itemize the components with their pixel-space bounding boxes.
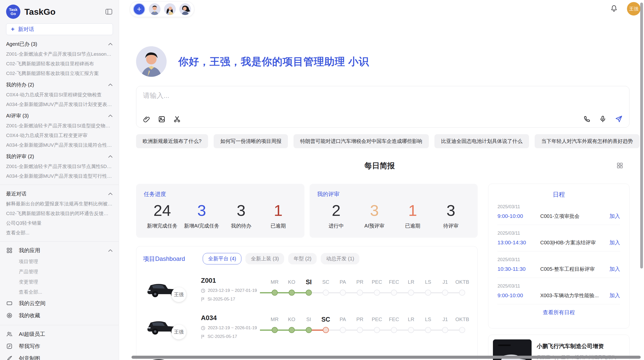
milestone-dot [357,290,363,296]
vertical-scrollbar[interactable] [640,3,643,268]
phone-icon[interactable] [583,115,591,123]
sidebar-item-favorites[interactable]: 我的收藏 [6,312,113,319]
sidebar-item-my-apps[interactable]: 我的应用 [6,247,113,254]
metric: 3 待评审 [436,201,466,229]
assistant-avatar-2[interactable] [164,3,176,15]
schedule-entry: 2025/03/11 9:00-10:00 X003-车辆动力学性能验... 加… [497,278,620,304]
project-row[interactable]: 王强 A034 2023-12-19 ~ 2026-01-19 SC-2025-… [143,314,471,339]
sidebar-item-creative-draw[interactable]: 创意制图 [6,355,113,360]
tab-powertrain[interactable]: 动总开发 (1) [321,253,359,264]
metric: 24 新增完成任务 [147,201,178,229]
join-link[interactable]: 加入 [609,265,620,273]
join-link[interactable]: 加入 [609,239,620,246]
metric: 2 进行中 [321,201,352,229]
milestone-dot [442,290,448,296]
chat-input[interactable] [143,92,623,100]
creative-draw-label: 创意制图 [19,355,40,360]
app-item-project-mgmt[interactable]: 项目管理 [6,258,113,264]
input-actions [583,115,623,123]
suggestion-chip[interactable]: 欧洲新规最近颁布了什么? [136,134,208,148]
layout-grid-icon[interactable] [617,162,623,170]
schedule-card: 日程 2025/03/11 9:00-10:00 C001-立项审批会 加入 2… [488,184,630,328]
user-avatar[interactable]: 王强 [627,2,640,16]
microphone-icon[interactable] [599,115,606,123]
milestone-dot [408,290,414,296]
sidebar-header: Task Go TaskGo [6,4,113,20]
group-title[interactable]: 我的评审 (2) [6,154,113,159]
project-dashboard-card: 项目Dashboard 全新平台 (4) 全新上装 (3) 年型 (2) 动总开… [136,246,478,360]
sidebar-item[interactable]: C02-飞腾新能源轻客改款项目里程碑画布 [6,61,113,66]
suggestion-chip[interactable]: 比亚迪全固态电池计划具体说了什么 [434,134,529,148]
project-car-image: 王强 [143,277,185,301]
apps-grid-icon [6,248,13,253]
sidebar-item-cloud-space[interactable]: 我的云空间 [6,300,113,307]
metric: 3 AI预评审 [359,201,390,229]
view-all-schedule-link[interactable]: 查看所有日程 [497,304,620,321]
sidebar-item[interactable]: C0X4-动力总成开发项目工程变更评审 [6,132,113,138]
image-icon[interactable] [158,116,165,123]
sidebar-item[interactable]: A034-全新新能源MUV产品开发项目计划变更表编写 [6,101,113,107]
suggestion-chip[interactable]: 当下年轻人对汽车外观有怎样的喜好趋势 [535,134,639,148]
stats-row: 任务进度 24 新增完成任务 3 新增AI完成任务 3 我的待办 [136,184,478,238]
sidebar-item[interactable]: A034-全新新能源MUV产品开发项目造型可行性评审 [6,173,113,178]
recent-view-all[interactable]: 查看全部... [6,230,113,235]
add-assistant-button[interactable]: + [133,3,145,15]
tab-new-body[interactable]: 全新上装 (3) [245,253,284,264]
sidebar-collapse-icon[interactable] [105,8,113,15]
project-row[interactable]: 王强 Z001 2023-12-19 ~ 2027-01-19 SI-2025-… [143,277,471,302]
group-title[interactable]: AI评审 (3) [6,113,113,118]
milestone-dot [374,290,380,296]
join-link[interactable]: 加入 [609,292,620,299]
assistant-avatar-3[interactable] [179,3,191,15]
recent-item[interactable]: 公司Q3轻卡销量 [6,220,113,226]
recent-item[interactable]: C02-飞腾新能源轻客改款项目的闭环通告反馈情况 [6,210,113,216]
stat-card-my-review: 我的评审 2 进行中 3 AI预评审 1 已逾期 3 [310,184,478,238]
project-code: Z001 [201,277,261,284]
suggestion-chip[interactable]: 如何写一份清晰的项目周报 [214,134,288,148]
assistant-avatar-1[interactable] [149,3,160,15]
recent-item[interactable]: 解释最新出台的欧盟报废车法规再生塑料比例被调至15%... [6,201,113,206]
greeting-section: 你好，王强，我是你的项目管理助理 小识 [136,46,369,77]
chevron-up-icon [108,83,113,86]
sidebar-item-help-write[interactable]: 帮我写作 [6,343,113,350]
milestone-dot [391,327,397,333]
scissors-icon[interactable] [173,116,181,123]
horizontal-scrollbar[interactable] [131,356,641,359]
tab-year-model[interactable]: 年型 (2) [288,253,317,264]
sidebar-item[interactable]: C0X4-动力总成开发项目SI里程碑提交物检查 [6,92,113,97]
favorites-label: 我的收藏 [19,312,40,319]
plus-icon: + [11,26,14,32]
send-icon[interactable] [615,115,623,123]
daily-briefing-title: 每日简报 [130,161,630,171]
sidebar-item-ai-staff[interactable]: AI超级员工 [6,331,113,337]
sidebar-item[interactable]: Z001-全新燃油轻卡产品开发项目SI造型提交物评审 [6,123,113,128]
group-title[interactable]: 最近对话 [6,191,113,197]
milestone-dot [306,290,312,296]
dashboard-title: 项目Dashboard [143,255,185,263]
project-info: Z001 2023-12-19 ~ 2027-01-19 SI-2025-05-… [201,277,261,302]
milestone-dot [289,290,295,296]
sidebar-item[interactable]: A034-全新新能源MUV产品开发项目法规符合性评审 [6,142,113,147]
app-item-change-mgmt[interactable]: 变更管理 [6,279,113,284]
divider [0,185,119,185]
main-area: + 王强 你好，王强，我是你的项目管理助理 小识 [119,0,644,360]
clock-icon [201,326,205,330]
app-item-product-mgmt[interactable]: 产品管理 [6,268,113,274]
project-info: A034 2023-12-19 ~ 2026-01-19 SC-2025-05-… [201,314,261,339]
apps-view-all[interactable]: 查看全部... [6,289,113,294]
sidebar-item[interactable]: C02-飞腾新能源轻客改款项目立项汇报方案 [6,70,113,76]
sidebar-item[interactable]: Z001-全新燃油皮卡产品开发项目SI节点Lesson Learn报告 [6,51,113,56]
suggestion-chip[interactable]: 特朗普可能对进口汽车增税会对中国车企造成哪些影响 [294,134,429,148]
milestone-dot [340,327,346,333]
assistant-switcher: + [130,1,194,17]
group-title[interactable]: Agent已办 (3) [6,41,113,47]
sidebar-item[interactable]: Z001-全新燃油轻卡产品开发项目SI节点属性5D文件评审 [6,163,113,169]
milestone-dot [272,290,278,296]
group-title[interactable]: 我的待办 (2) [6,82,113,87]
attachment-icon[interactable] [143,116,150,123]
join-link[interactable]: 加入 [609,213,620,220]
schedule-entry: 2025/03/11 9:00-10:00 C001-立项审批会 加入 [497,199,620,225]
tab-new-platform[interactable]: 全新平台 (4) [203,253,241,264]
new-chat-button[interactable]: + 新对话 [6,23,113,35]
notification-bell-icon[interactable] [611,5,617,13]
